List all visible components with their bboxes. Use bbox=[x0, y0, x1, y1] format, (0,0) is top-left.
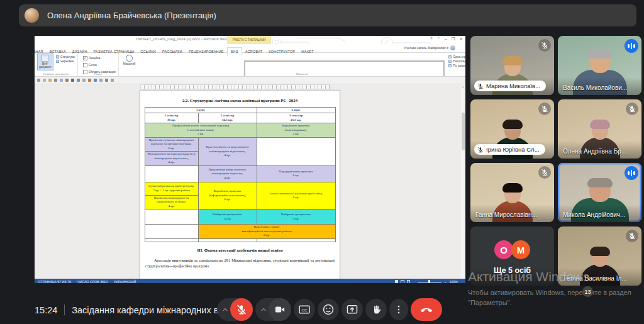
toolbar-icon[interactable] bbox=[37, 79, 40, 82]
overflow-count-label: Ще 5 осіб bbox=[470, 266, 554, 275]
table-cell: Практичний вибір сучасних міжнародних ві… bbox=[198, 165, 257, 182]
more-options-button[interactable] bbox=[389, 299, 408, 320]
present-button[interactable] bbox=[341, 299, 363, 320]
view-mode-option[interactable]: Черновик bbox=[56, 60, 75, 63]
zoom-option[interactable]: Несколько страниц bbox=[448, 60, 465, 63]
phone-down-icon bbox=[419, 303, 433, 316]
view-mode-option[interactable]: Структура bbox=[56, 55, 75, 59]
window-buttons: ?⌃–❐✕ bbox=[430, 36, 463, 42]
document-area: 2.2. Структурно-логічна схема освітньої … bbox=[35, 84, 465, 279]
ribbon-group-zoom: Масштаб100%Одна страницаНесколько страни… bbox=[119, 53, 465, 76]
end-call-button[interactable] bbox=[411, 298, 442, 321]
toolbar-icon[interactable] bbox=[94, 79, 97, 82]
word-status-bar: СТРАНИЦА 57 ИЗ 76ЧИСЛО СЛОВ 3610УКРАИНСК… bbox=[35, 279, 465, 283]
web-layout-button[interactable]: Веб- документ bbox=[38, 54, 53, 70]
account-avatar-icon bbox=[450, 45, 455, 50]
toolbar-icon[interactable] bbox=[54, 79, 57, 82]
close-button[interactable]: ✕ bbox=[460, 36, 463, 42]
zoom-option[interactable]: Одна страница bbox=[448, 55, 465, 59]
toolbar-icon[interactable] bbox=[65, 79, 69, 82]
toolbar-icon[interactable] bbox=[71, 79, 74, 82]
zoom-in-button[interactable] bbox=[444, 276, 447, 283]
toolbar-icon[interactable] bbox=[48, 79, 52, 82]
table-cell bbox=[145, 165, 198, 182]
horizontal-ruler bbox=[140, 84, 330, 89]
participant-tile-4[interactable]: Олена Андріївна Бр... bbox=[558, 99, 641, 159]
toolbar-icon[interactable] bbox=[43, 79, 46, 82]
chevron-up-icon[interactable] bbox=[260, 306, 267, 313]
restore-button[interactable]: ❐ bbox=[452, 36, 455, 42]
participant-name-label: Микола Андрійович... bbox=[563, 211, 625, 218]
zoom-percent[interactable]: 100% bbox=[449, 280, 458, 283]
presentation-banner[interactable]: Олена Андріївна Брайчевська (Презентація… bbox=[19, 4, 636, 26]
mic-muted-button[interactable] bbox=[230, 298, 253, 321]
help-button[interactable]: ? bbox=[430, 36, 433, 42]
participant-name-label: Василь Миколайови... bbox=[563, 84, 627, 91]
quick-access-toolbar[interactable] bbox=[35, 77, 465, 84]
status-item[interactable]: ЧИСЛО СЛОВ 3610 bbox=[77, 280, 108, 283]
participant-name-label: Тетяна Василівна Іл... bbox=[563, 275, 627, 282]
web-layout-icon[interactable] bbox=[407, 280, 411, 283]
ribbon-display-button[interactable]: ⌃ bbox=[437, 36, 440, 42]
mic-control[interactable] bbox=[217, 298, 253, 321]
toolbar-icon[interactable] bbox=[105, 79, 108, 82]
chevron-up-icon[interactable] bbox=[221, 306, 229, 313]
doc-heading: 2.2. Структурно-логічна схема освітньої … bbox=[148, 98, 332, 104]
present-screen-icon bbox=[346, 303, 358, 316]
toolbar-icon[interactable] bbox=[82, 79, 86, 82]
camera-control[interactable] bbox=[255, 298, 291, 321]
toolbar-icon[interactable] bbox=[60, 79, 63, 82]
doc-section-heading: ІІІ. Форма атестації здобувачів вищої ос… bbox=[148, 248, 332, 254]
participant-tile-1[interactable]: Марина Миколаїв... bbox=[470, 36, 554, 95]
participant-tile-6[interactable]: Микола Андрійович... bbox=[558, 163, 641, 222]
scrollbar-thumb[interactable] bbox=[462, 113, 465, 150]
minimize-button[interactable]: – bbox=[445, 36, 447, 42]
account-label[interactable]: Учетная запись Майкрософт ▾ bbox=[404, 45, 455, 50]
table-cell bbox=[145, 225, 198, 239]
speaking-indicator-icon bbox=[625, 166, 638, 180]
participants-count-badge: 13 bbox=[582, 286, 593, 297]
reactions-button[interactable] bbox=[318, 299, 339, 320]
zoom-option[interactable]: По ширине страницы bbox=[448, 64, 465, 67]
participant-grid: Марина Миколаїв...Василь Миколайови...Ір… bbox=[470, 36, 641, 286]
shared-screen: ПРОЕКТ_ОП-RS_mag_2024 (2).docx - Microso… bbox=[35, 36, 465, 283]
document-page: 2.2. Структурно-логічна схема освітньої … bbox=[140, 91, 340, 279]
toolbar-icon[interactable] bbox=[88, 79, 91, 82]
toolbar-icon[interactable] bbox=[111, 79, 114, 82]
status-item[interactable]: УКРАИНСКИЙ bbox=[114, 280, 136, 283]
zoom-out-button[interactable] bbox=[413, 276, 415, 283]
participant-tile-5[interactable]: Ганна Мирославівн... bbox=[470, 163, 554, 222]
table-cell: Вибіркові дисципліни 14 кр. bbox=[198, 209, 257, 225]
camera-button[interactable] bbox=[269, 298, 291, 321]
doc-paragraph: Атестація випускників за спеціальністю 2… bbox=[145, 257, 335, 270]
table-cell: Прогнозування та моделювання в міжнародн… bbox=[198, 137, 257, 165]
account-name: Учетная запись Майкрософт ▾ bbox=[404, 46, 448, 50]
status-item[interactable]: СТРАНИЦА 57 ИЗ 76 bbox=[38, 280, 71, 283]
toolbar-icon[interactable] bbox=[77, 79, 80, 82]
show-checkbox[interactable]: Линейка bbox=[83, 56, 116, 60]
show-checkbox[interactable]: Сетка bbox=[83, 63, 116, 67]
zoom-button[interactable]: Масштаб bbox=[122, 54, 137, 66]
vertical-scrollbar[interactable] bbox=[460, 84, 465, 279]
table-cell bbox=[257, 137, 335, 165]
participant-video bbox=[573, 70, 627, 95]
raise-hand-button[interactable] bbox=[365, 299, 387, 320]
ribbon-group-views: Веб- документСтруктураЧерновикРежимы про… bbox=[35, 53, 78, 76]
participant-tile-7[interactable]: ОМЩе 5 осіб bbox=[470, 226, 554, 286]
print-layout-icon[interactable] bbox=[401, 280, 404, 283]
scroll-up-icon[interactable] bbox=[460, 85, 465, 88]
read-mode-icon[interactable] bbox=[395, 280, 399, 283]
table-cell: 3 семестр 25,5 кр. bbox=[257, 113, 335, 123]
zoom-slider[interactable] bbox=[418, 282, 441, 282]
participant-tile-8[interactable]: Тетяна Василівна Іл... bbox=[558, 226, 641, 286]
toolbar-icon[interactable] bbox=[99, 79, 103, 82]
captions-button[interactable]: CC bbox=[294, 299, 315, 320]
participant-tile-3[interactable]: Ірина Юріївна Сл... bbox=[470, 99, 554, 159]
table-cell: Професійний усний і письмовий переклад (… bbox=[145, 123, 257, 138]
word-title-bar[interactable]: ПРОЕКТ_ОП-RS_mag_2024 (2).docx - Microso… bbox=[35, 36, 465, 44]
participant-tile-2[interactable]: Василь Миколайови... bbox=[558, 36, 641, 95]
zoom-slider-thumb[interactable] bbox=[428, 280, 430, 284]
call-controls: CC bbox=[217, 298, 442, 321]
context-tab-group-label[interactable]: РАБОТА С ТАБЛИЦАМИ bbox=[227, 36, 271, 44]
svg-text:CC: CC bbox=[301, 308, 308, 312]
